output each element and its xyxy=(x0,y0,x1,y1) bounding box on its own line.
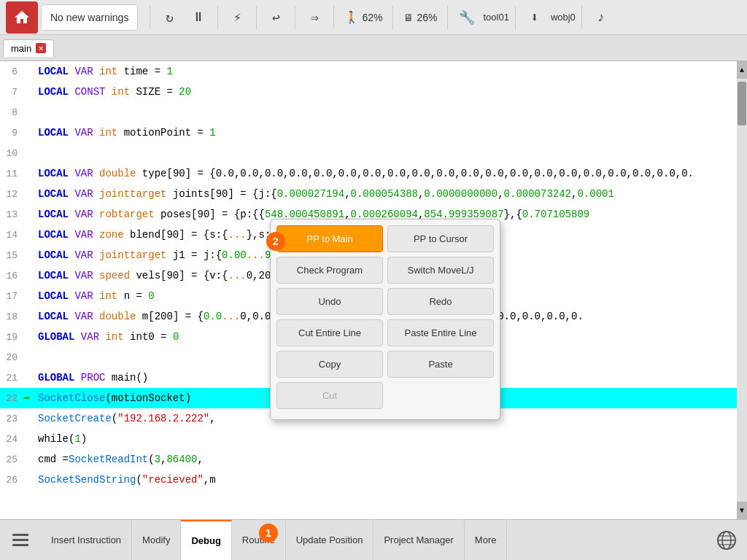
line-number: 21 xyxy=(0,373,23,384)
nav-tab-modify[interactable]: Modify xyxy=(132,520,181,561)
tab-close-button[interactable]: ✕ xyxy=(36,43,46,53)
copy-button[interactable]: Copy xyxy=(276,351,383,378)
separator xyxy=(295,6,295,29)
line-content: SocketSendString("recieved",m xyxy=(38,474,747,486)
ctx-row-6: Cut xyxy=(276,382,494,409)
code-line-11[interactable]: 11LOCAL VAR double type[90] = {0.0,0.0,0… xyxy=(0,163,747,184)
line-number: 19 xyxy=(0,332,23,343)
line-content: LOCAL VAR jointtarget joints[90] = {j:{0… xyxy=(38,188,747,200)
cut-entire-line-button[interactable]: Cut Entire Line xyxy=(276,319,383,346)
ctx-row-5: Copy Paste xyxy=(276,351,494,378)
line-content: LOCAL CONST int SIZE = 20 xyxy=(38,86,747,98)
tab-main[interactable]: main ✕ xyxy=(3,39,54,57)
undo-button[interactable]: Undo xyxy=(276,288,383,315)
wobj-label: wobj0 xyxy=(551,12,576,23)
line-number: 12 xyxy=(0,189,23,200)
mem-stat: 🖥 26% xyxy=(399,12,441,23)
line-number: 8 xyxy=(0,107,23,118)
code-line-9[interactable]: 9LOCAL VAR int motionPoint = 1 xyxy=(0,122,747,143)
separator xyxy=(256,6,257,29)
ctx-row-2: Check Program Switch MoveL/J xyxy=(276,257,494,284)
line-number: 16 xyxy=(0,271,23,281)
badge-1: 1 xyxy=(259,524,278,542)
line-content: LOCAL VAR int motionPoint = 1 xyxy=(38,127,747,139)
svg-rect-0 xyxy=(12,534,28,536)
pp-to-cursor-button[interactable]: PP to Cursor xyxy=(387,225,494,252)
separator xyxy=(515,6,516,29)
wrench-icon[interactable]: 🔧 xyxy=(454,4,480,31)
vertical-scrollbar[interactable]: ▲ ▼ xyxy=(737,61,747,519)
line-content: LOCAL VAR int time = 1 xyxy=(38,66,747,77)
toolbar: No new warnings ↻ ⏸ ⚡ ↩ ⇒ 🚶 62% 🖥 26% 🔧 … xyxy=(0,0,747,35)
separator xyxy=(447,6,448,29)
line-number: 20 xyxy=(0,352,23,363)
pp-to-main-button[interactable]: PP to Main xyxy=(276,225,383,252)
line-number: 10 xyxy=(0,148,23,159)
code-line-7[interactable]: 7LOCAL CONST int SIZE = 20 xyxy=(0,82,747,102)
separator xyxy=(333,6,334,29)
redo-button[interactable]: Redo xyxy=(387,288,494,315)
switch-movelj-button[interactable]: Switch MoveL/J xyxy=(387,257,494,284)
line-number: 15 xyxy=(0,250,23,261)
line-content: cmd =SocketReadInt(3,86400, xyxy=(38,454,747,465)
nav-tab-more[interactable]: More xyxy=(465,520,508,561)
line-number: 26 xyxy=(0,475,23,486)
separator xyxy=(581,6,582,29)
separator xyxy=(150,6,150,29)
nav-tab-insert-instruction[interactable]: Insert Instruction xyxy=(41,520,132,561)
cut-button[interactable]: Cut xyxy=(276,382,383,409)
nav-tab-routine[interactable]: Routine xyxy=(232,520,286,561)
tabbar: main ✕ xyxy=(0,35,747,61)
line-number: 17 xyxy=(0,291,23,302)
line-number: 22 xyxy=(0,393,23,404)
separator xyxy=(217,6,218,29)
scroll-up-button[interactable]: ▲ xyxy=(737,61,747,79)
line-number: 18 xyxy=(0,311,23,322)
loop-icon[interactable]: ↩ xyxy=(263,4,289,31)
svg-rect-1 xyxy=(12,539,28,541)
refresh-icon[interactable]: ↻ xyxy=(156,4,182,31)
hamburger-menu-button[interactable] xyxy=(0,520,41,561)
code-line-24[interactable]: 24 while(1) xyxy=(0,429,747,449)
home-button[interactable] xyxy=(6,1,38,34)
code-line-10[interactable]: 10 xyxy=(0,143,747,163)
ctx-row-3: Undo Redo xyxy=(276,288,494,315)
context-menu: PP to Main PP to Cursor Check Program Sw… xyxy=(270,219,500,420)
check-program-button[interactable]: Check Program xyxy=(276,257,383,284)
bolt-icon[interactable]: ⚡ xyxy=(224,4,250,31)
line-number: 13 xyxy=(0,209,23,220)
scroll-down-button[interactable]: ▼ xyxy=(737,502,747,519)
paste-entire-line-button[interactable]: Paste Entire Line xyxy=(387,319,494,346)
separator xyxy=(392,6,393,29)
svg-rect-2 xyxy=(12,544,28,546)
download-icon[interactable]: ⬇ xyxy=(522,4,548,31)
warning-label: No new warnings xyxy=(41,4,138,31)
tab-label: main xyxy=(11,43,31,54)
line-content: while(1) xyxy=(38,433,747,445)
ctx-row-4: Cut Entire Line Paste Entire Line xyxy=(276,319,494,346)
line-number: 7 xyxy=(0,87,23,98)
bottom-nav: Insert InstructionModifyDebugRoutineUpda… xyxy=(0,519,747,560)
code-line-26[interactable]: 26 SocketSendString("recieved",m xyxy=(0,470,747,490)
line-number: 24 xyxy=(0,434,23,445)
code-line-6[interactable]: 6LOCAL VAR int time = 1 xyxy=(0,61,747,82)
music-icon[interactable]: ♪ xyxy=(588,4,614,31)
arrow-right-icon[interactable]: ⇒ xyxy=(301,4,328,31)
pause-icon[interactable]: ⏸ xyxy=(185,4,212,31)
line-arrow: ➡ xyxy=(23,391,38,405)
line-number: 9 xyxy=(0,128,23,139)
tool-label: tool01 xyxy=(483,12,508,23)
line-number: 23 xyxy=(0,413,23,424)
nav-tab-project-manager[interactable]: Project Manager xyxy=(374,520,464,561)
code-line-8[interactable]: 8 xyxy=(0,102,747,122)
line-number: 25 xyxy=(0,454,23,465)
code-line-25[interactable]: 25 cmd =SocketReadInt(3,86400, xyxy=(0,449,747,470)
nav-tab-debug[interactable]: Debug xyxy=(181,520,231,561)
line-number: 6 xyxy=(0,66,23,77)
scroll-thumb[interactable] xyxy=(738,82,746,125)
globe-button[interactable] xyxy=(706,520,747,561)
code-line-12[interactable]: 12LOCAL VAR jointtarget joints[90] = {j:… xyxy=(0,184,747,204)
paste-button[interactable]: Paste xyxy=(387,351,494,378)
line-content: LOCAL VAR double type[90] = {0.0,0.0,0.0… xyxy=(38,168,747,179)
nav-tab-update-position[interactable]: Update Position xyxy=(286,520,374,561)
